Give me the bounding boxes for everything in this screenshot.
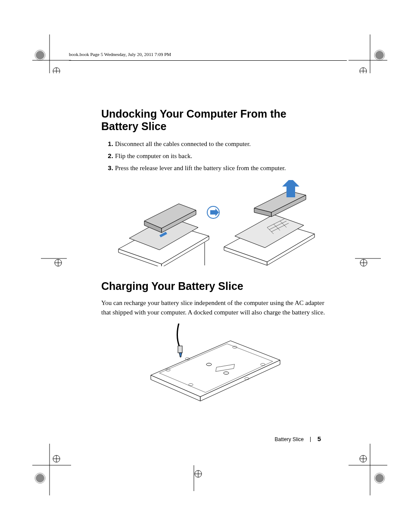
crop-mark-bot-right	[349, 444, 387, 495]
svg-point-27	[35, 473, 45, 483]
undocking-figure	[101, 180, 325, 266]
footer-separator	[310, 437, 311, 442]
charging-figure	[101, 324, 325, 410]
page-number: 5	[318, 435, 321, 442]
svg-point-35	[375, 474, 384, 482]
charging-paragraph: You can recharge your battery slice inde…	[101, 299, 325, 317]
crop-mark-mid-right	[355, 246, 381, 271]
svg-marker-67	[151, 341, 280, 397]
svg-point-0	[35, 50, 45, 60]
crop-mark-bot-left	[32, 444, 71, 495]
header-rule	[69, 60, 347, 61]
battery-slice-charging-illustration	[127, 324, 299, 410]
svg-point-19	[360, 259, 367, 266]
battery-slice-undock-illustration	[106, 180, 321, 266]
svg-point-31	[360, 455, 367, 462]
undocking-steps: Disconnect all the cables connected to t…	[101, 139, 325, 173]
svg-point-11	[360, 68, 367, 73]
svg-point-15	[55, 259, 62, 266]
svg-rect-65	[178, 346, 182, 353]
svg-marker-66	[179, 353, 182, 357]
svg-point-7	[374, 50, 385, 60]
page-content: Undocking Your Computer From the Battery…	[101, 108, 325, 410]
svg-point-28	[36, 474, 44, 482]
step-1: Disconnect all the cables connected to t…	[115, 139, 325, 149]
page-footer: Battery Slice 5	[101, 435, 321, 442]
running-header: book.book Page 5 Wednesday, July 20, 201…	[69, 52, 171, 57]
crop-mark-bot-center	[181, 465, 207, 491]
step-3: Press the release lever and lift the bat…	[115, 163, 325, 173]
section-heading-charging: Charging Your Battery Slice	[101, 280, 325, 292]
crop-mark-top-left	[32, 34, 71, 73]
svg-point-37	[195, 470, 202, 477]
svg-point-4	[53, 68, 60, 73]
crop-mark-mid-left	[41, 246, 67, 271]
svg-point-24	[53, 455, 60, 462]
footer-section-label: Battery Slice	[275, 436, 304, 442]
crop-mark-top-right	[349, 34, 387, 73]
step-2: Flip the computer on its back.	[115, 151, 325, 161]
svg-point-1	[36, 51, 44, 59]
section-heading-undocking: Undocking Your Computer From the Battery…	[101, 108, 325, 133]
svg-point-34	[374, 473, 385, 483]
svg-point-8	[375, 51, 384, 59]
